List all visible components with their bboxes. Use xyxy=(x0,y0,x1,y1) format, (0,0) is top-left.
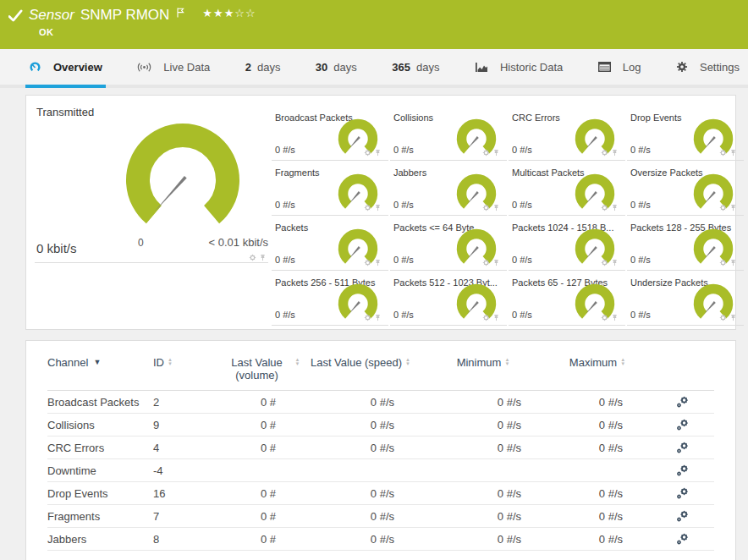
minimum-value: 0 #/s xyxy=(420,419,547,431)
main-gauge-value: 0 kbit/s xyxy=(36,241,77,255)
edit-channel-gears-icon[interactable] xyxy=(676,464,689,477)
last-value-volume: 0 # xyxy=(221,533,301,546)
mini-gauge-value: 0 #/s xyxy=(393,145,414,155)
mini-gauge-value: 0 #/s xyxy=(393,310,414,320)
mini-gauge-cell: Fragments 0 #/s xyxy=(272,161,388,216)
channel-id: 2 xyxy=(153,396,221,409)
edit-channel-gears-icon[interactable] xyxy=(676,419,689,431)
channel-settings-gear-icon[interactable] xyxy=(601,149,608,156)
channel-settings-gear-icon[interactable] xyxy=(482,149,490,156)
gauges-panel: Transmitted 0 kbit/s 0 < 0.01 kbit/s Bro… xyxy=(25,95,736,330)
minimum-value: 0 #/s xyxy=(420,396,547,409)
pin-icon[interactable] xyxy=(729,314,737,321)
channel-settings-gear-icon[interactable] xyxy=(482,259,490,266)
pin-icon[interactable] xyxy=(374,149,382,156)
channel-settings-gear-icon[interactable] xyxy=(364,204,371,211)
mini-gauge-cell: Packets 0 #/s xyxy=(272,216,388,271)
table-row: Broadcast Packets 2 0 # 0 #/s 0 #/s 0 #/… xyxy=(47,391,714,414)
main-gauge-transmitted: Transmitted 0 kbit/s 0 < 0.01 kbit/s xyxy=(35,106,268,263)
priority-stars-filled: ★★★ xyxy=(202,7,234,19)
channel-name: Broadcast Packets xyxy=(47,396,153,409)
tab-live-data[interactable]: Live Data xyxy=(134,49,213,85)
pin-icon[interactable] xyxy=(259,254,267,261)
channel-settings-gear-icon[interactable] xyxy=(719,204,727,211)
sort-icon: ▲▼ xyxy=(405,358,410,366)
last-value-speed: 0 #/s xyxy=(301,533,420,546)
sort-icon: ▲▼ xyxy=(168,358,173,366)
channel-settings-gear-icon[interactable] xyxy=(601,204,608,211)
log-icon xyxy=(598,62,611,72)
tab-2-days[interactable]: 2days xyxy=(242,49,284,85)
channel-settings-gear-icon[interactable] xyxy=(601,314,608,321)
channel-settings-gear-icon[interactable] xyxy=(601,259,608,266)
pin-icon[interactable] xyxy=(492,259,500,266)
channel-settings-gear-icon[interactable] xyxy=(719,149,727,156)
pin-icon[interactable] xyxy=(611,204,619,211)
mini-gauge-title: CRC Errors xyxy=(512,113,560,123)
pin-icon[interactable] xyxy=(729,149,737,156)
last-value-speed: 0 #/s xyxy=(301,419,420,431)
column-header-last-value-speed[interactable]: Last Value (speed) ▲▼ xyxy=(301,356,420,369)
channel-settings-gear-icon[interactable] xyxy=(364,314,371,321)
sort-desc-icon: ▼ xyxy=(93,358,101,366)
last-value-speed: 0 #/s xyxy=(301,396,420,409)
mini-gauge-value: 0 #/s xyxy=(630,200,651,210)
mini-gauge-cell: Packets 65 - 127 Bytes 0 #/s xyxy=(509,271,625,326)
pin-icon[interactable] xyxy=(374,204,382,211)
tab-log[interactable]: Log xyxy=(595,49,645,85)
column-header-maximum[interactable]: Maximum ▲▼ xyxy=(547,356,648,369)
column-header-id[interactable]: ID ▲▼ xyxy=(153,356,221,369)
pin-icon[interactable] xyxy=(729,204,737,211)
pin-icon[interactable] xyxy=(492,314,500,321)
channel-settings-gear-icon[interactable] xyxy=(719,314,727,321)
edit-channel-gears-icon[interactable] xyxy=(676,442,689,454)
channel-settings-gear-icon[interactable] xyxy=(364,149,371,156)
historic-data-icon xyxy=(475,62,488,73)
channel-settings-gear-icon[interactable] xyxy=(364,259,371,266)
last-value-speed: 0 #/s xyxy=(301,442,420,454)
edit-channel-gears-icon[interactable] xyxy=(676,396,689,409)
mini-gauge-cell: Packets 256 - 511 Bytes 0 #/s xyxy=(272,271,388,326)
edit-channel-gears-icon[interactable] xyxy=(676,510,689,523)
channel-id: 4 xyxy=(153,442,221,454)
main-gauge-dial xyxy=(119,117,246,244)
maximum-value: 0 #/s xyxy=(547,442,648,454)
gauge-icon xyxy=(29,61,41,74)
tab-30-days[interactable]: 30days xyxy=(312,49,360,85)
channel-id: -4 xyxy=(153,464,221,477)
column-header-last-value-volume[interactable]: Last Value (volume) ▲▼ xyxy=(221,356,301,382)
pin-icon[interactable] xyxy=(492,149,500,156)
channel-settings-gear-icon[interactable] xyxy=(719,259,727,266)
edit-channel-gears-icon[interactable] xyxy=(676,487,689,500)
channel-name: Fragments xyxy=(47,510,153,523)
tab-historic-data[interactable]: Historic Data xyxy=(471,49,566,85)
column-header-minimum[interactable]: Minimum ▲▼ xyxy=(420,356,547,369)
channel-settings-gear-icon[interactable] xyxy=(482,314,490,321)
pin-icon[interactable] xyxy=(611,259,619,266)
mini-gauge-cell: Packets <= 64 Byte 0 #/s xyxy=(390,216,507,271)
column-header-channel[interactable]: Channel ▼ xyxy=(47,356,153,369)
channel-id: 16 xyxy=(153,487,221,500)
edit-channel-gears-icon[interactable] xyxy=(676,533,689,546)
priority-stars[interactable]: ★★★☆☆ xyxy=(202,7,256,19)
channel-name: Drop Events xyxy=(47,487,153,500)
tab-overview[interactable]: Overview xyxy=(25,49,106,88)
maximum-value: 0 #/s xyxy=(547,533,648,546)
pin-icon[interactable] xyxy=(492,204,500,211)
channel-id: 9 xyxy=(153,419,221,431)
tab-settings[interactable]: Settings xyxy=(673,49,743,85)
pin-icon[interactable] xyxy=(611,314,619,321)
mini-gauge-cell: Broadcast Packets 0 #/s xyxy=(272,106,388,161)
mini-gauge-cell: Packets 512 - 1023 Byt... 0 #/s xyxy=(390,271,507,326)
pin-icon[interactable] xyxy=(374,259,382,266)
pin-icon[interactable] xyxy=(729,259,737,266)
tab-365-days[interactable]: 365days xyxy=(388,49,443,85)
flag-icon[interactable] xyxy=(177,8,184,18)
channel-settings-gear-icon[interactable] xyxy=(249,254,256,261)
settings-gear-icon xyxy=(676,61,688,73)
channel-settings-gear-icon[interactable] xyxy=(482,204,490,211)
pin-icon[interactable] xyxy=(374,314,382,321)
channel-id: 8 xyxy=(153,533,221,546)
pin-icon[interactable] xyxy=(611,149,619,156)
last-value-volume: 0 # xyxy=(221,487,301,500)
